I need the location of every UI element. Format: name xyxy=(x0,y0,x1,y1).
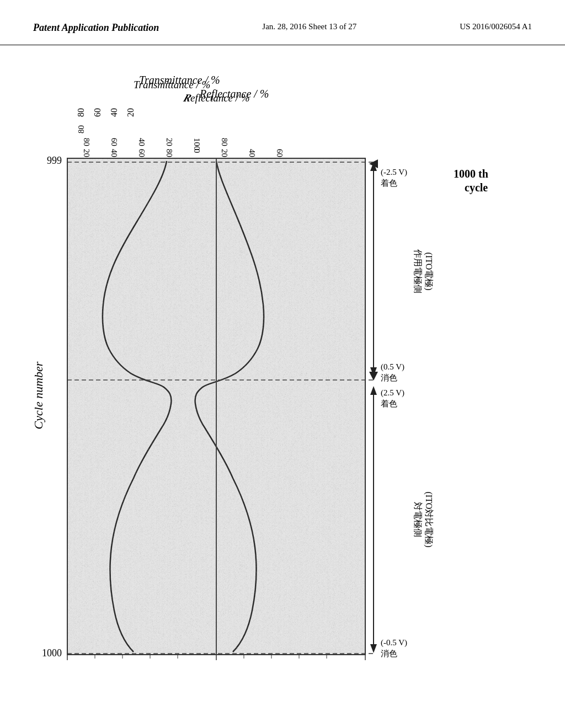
page-header: Patent Application Publication Jan. 28, … xyxy=(0,0,565,45)
svg-text:40: 40 xyxy=(110,149,119,157)
voltage-3: (2.5 V) xyxy=(381,388,404,398)
svg-text:80: 80 xyxy=(82,138,91,146)
svg-text:40: 40 xyxy=(137,138,146,146)
counter-label-2: (ITO対比電極) xyxy=(424,491,434,547)
voltage-2: (0.5 V) xyxy=(381,362,404,372)
counter-label-1: 対電極側 xyxy=(413,502,423,537)
x-axis-numbers: 80 xyxy=(77,125,86,133)
svg-text:80: 80 xyxy=(77,125,86,133)
cycle-1000th-label: 1000 th xyxy=(454,168,488,180)
y-top-label: 999 xyxy=(47,155,62,166)
arrow-down-2 xyxy=(370,644,377,653)
electrode-label-2: (ITO電極) xyxy=(424,252,434,290)
chart-svg: Transmittance / % Reflectance / % 80 60 … xyxy=(12,67,553,702)
publication-title: Patent Application Publication xyxy=(33,22,159,34)
reflectance-title: 𝑹eflectance / % xyxy=(183,92,250,104)
sheet-info: Jan. 28, 2016 Sheet 13 of 27 xyxy=(262,22,356,31)
state-1: 着色 xyxy=(381,179,397,188)
arrow-down-1 xyxy=(370,367,377,376)
svg-text:20: 20 xyxy=(82,149,91,157)
voltage-1: (-2.5 V) xyxy=(381,168,407,177)
arrow-up-2 xyxy=(370,386,377,395)
svg-text:60: 60 xyxy=(275,149,284,157)
svg-text:0: 0 xyxy=(193,149,201,153)
svg-text:80: 80 xyxy=(220,138,229,146)
electrode-label-1: 作用電極側 xyxy=(413,249,423,293)
svg-text:20: 20 xyxy=(165,138,174,146)
y-bottom-label: 1000 xyxy=(42,647,62,659)
svg-text:40: 40 xyxy=(248,149,257,157)
patent-number: US 2016/0026054 A1 xyxy=(460,22,532,31)
state-4: 消色 xyxy=(381,649,397,658)
svg-text:60: 60 xyxy=(137,149,146,157)
axis-numbers-group: 80 60 40 20 100 80 20 40 60 80 0 20 40 6… xyxy=(82,138,284,157)
arrow-up-1 xyxy=(370,162,377,171)
svg-text:60: 60 xyxy=(110,138,119,146)
state-3: 着色 xyxy=(381,399,397,408)
x-label-40-left: 40 xyxy=(109,108,119,117)
cycle-label: cycle xyxy=(465,181,488,194)
x-label-80-left: 80 xyxy=(76,108,86,117)
transmittance-title: Transmittance / % xyxy=(134,79,210,90)
x-label-60-left: 60 xyxy=(93,108,102,117)
svg-text:80: 80 xyxy=(165,149,174,157)
voltage-4: (-0.5 V) xyxy=(381,638,407,647)
state-2: 消色 xyxy=(381,373,397,382)
figure-area: Transmittance / % Reflectance / % 80 60 … xyxy=(0,45,565,718)
x-label-20-left: 20 xyxy=(126,108,135,117)
svg-text:20: 20 xyxy=(220,149,229,157)
y-axis-label: Cycle number xyxy=(31,361,45,429)
